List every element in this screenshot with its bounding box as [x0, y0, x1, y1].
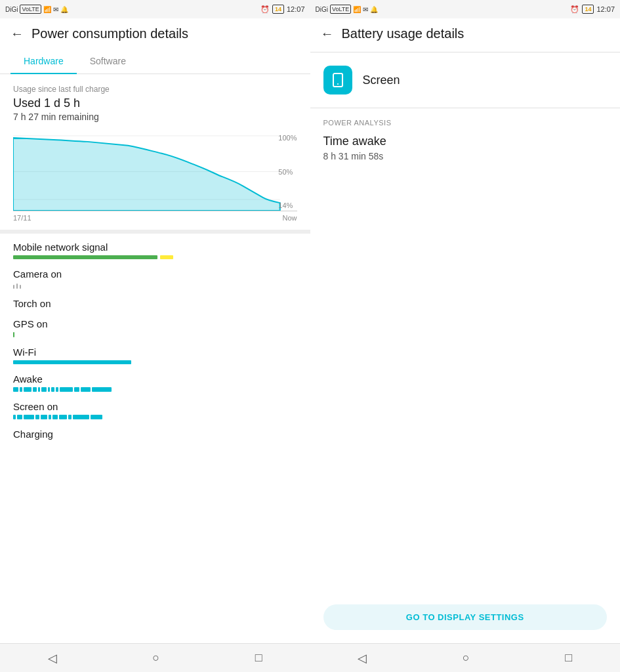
- notification-icon-right: 🔔: [370, 6, 378, 13]
- signal-item-gps: GPS on: [13, 318, 297, 337]
- signal-item-mobile: Mobile network signal: [13, 242, 297, 259]
- time-right: 12:07: [596, 5, 615, 13]
- chart-date-now: Now: [282, 214, 297, 222]
- time-left: 12:07: [287, 5, 305, 13]
- back-button-left[interactable]: ←: [10, 26, 24, 41]
- status-bar-right: DiGi VoLTE 📶 ✉ 🔔 ⏰ 14 12:07: [310, 0, 621, 18]
- tab-hardware[interactable]: Hardware: [10, 49, 77, 74]
- signal-name-awake: Awake: [13, 373, 297, 385]
- screen-icon: [323, 66, 352, 94]
- divider-right-mid: [310, 108, 621, 108]
- divider-right-top: [310, 52, 621, 52]
- svg-point-4: [337, 83, 339, 85]
- chart-date-start: 17/11: [13, 214, 31, 222]
- right-header: ← Battery usage details: [310, 18, 621, 49]
- left-content: Usage since last full charge Used 1 d 5 …: [0, 74, 310, 643]
- chart-label-50: 50%: [278, 168, 297, 176]
- analysis-time-awake-title: Time awake: [323, 135, 608, 148]
- chart-labels-right: 100% 50% 14%: [278, 133, 297, 211]
- usage-time: Used 1 d 5 h: [13, 96, 297, 110]
- divider-thick: [0, 230, 310, 234]
- power-analysis-title: POWER ANALYSIS: [323, 119, 608, 127]
- usage-section: Usage since last full charge Used 1 d 5 …: [0, 74, 310, 127]
- nav-home-right[interactable]: ○: [463, 651, 470, 665]
- chart-label-14: 14%: [278, 201, 297, 209]
- battery-left: 14: [272, 5, 284, 14]
- signal-name-screen-on: Screen on: [13, 401, 297, 412]
- signal-item-wifi: Wi-Fi: [13, 346, 297, 364]
- battery-chart: 100% 50% 14%: [13, 133, 297, 211]
- signal-item-charging: Charging: [13, 429, 297, 440]
- nav-bar-right: ◁ ○ □: [310, 643, 621, 672]
- right-title: Battery usage details: [342, 26, 465, 41]
- alarm-icon-right: ⏰: [570, 5, 579, 14]
- usage-label: Usage since last full charge: [13, 85, 297, 94]
- status-bar-left: DiGi VoLTE 📶 ✉ 🔔 ⏰ 14 12:07: [0, 0, 310, 18]
- display-settings-button[interactable]: GO TO DISPLAY SETTINGS: [323, 604, 608, 630]
- nav-back-left[interactable]: ◁: [48, 651, 57, 665]
- left-panel: ← Power consumption details Hardware Sof…: [0, 18, 310, 672]
- network-type-right: VoLTE: [330, 5, 351, 14]
- signal-item-torch: Torch on: [13, 298, 297, 309]
- message-icon-left: ✉: [53, 6, 58, 13]
- right-panel: ← Battery usage details Screen POWER ANA…: [310, 18, 621, 672]
- signal-item-screen-on: Screen on: [13, 401, 297, 419]
- signal-name-charging: Charging: [13, 429, 297, 440]
- tabs-bar: Hardware Software: [0, 49, 310, 74]
- message-icon-right: ✉: [363, 6, 368, 13]
- signal-bar-mobile: [13, 255, 297, 259]
- tab-software[interactable]: Software: [77, 49, 139, 74]
- nav-home-left[interactable]: ○: [152, 651, 159, 665]
- status-left-left: DiGi VoLTE 📶 ✉ 🔔: [5, 5, 68, 14]
- signal-item-awake: Awake: [13, 373, 297, 392]
- nav-back-right[interactable]: ◁: [358, 651, 367, 665]
- signal-name-mobile: Mobile network signal: [13, 242, 297, 253]
- notification-icon-left: 🔔: [60, 6, 68, 13]
- signal-item-camera: Camera on: [13, 268, 297, 289]
- network-type-left: VoLTE: [20, 5, 41, 14]
- left-header: ← Power consumption details: [0, 18, 310, 49]
- signal-name-wifi: Wi-Fi: [13, 346, 297, 358]
- signal-name-torch: Torch on: [13, 298, 297, 309]
- signal-bars-left: 📶: [43, 6, 51, 13]
- bottom-button-area: GO TO DISPLAY SETTINGS: [310, 591, 621, 643]
- battery-right: 14: [582, 5, 594, 14]
- carrier-right: DiGi: [316, 6, 328, 13]
- nav-recent-left[interactable]: □: [255, 651, 262, 665]
- alarm-icon-left: ⏰: [260, 5, 270, 14]
- signal-items-list: Mobile network signal Camera on: [0, 236, 310, 454]
- back-button-right[interactable]: ←: [321, 26, 334, 41]
- analysis-time-awake-value: 8 h 31 min 58s: [323, 151, 608, 161]
- power-analysis-section: POWER ANALYSIS Time awake 8 h 31 min 58s: [310, 111, 621, 169]
- nav-bar-left: ◁ ○ □: [0, 643, 310, 672]
- right-spacer: [310, 169, 621, 591]
- screen-icon-row: Screen: [310, 55, 621, 105]
- nav-recent-right[interactable]: □: [565, 651, 572, 665]
- chart-labels-bottom: 17/11 Now: [13, 214, 297, 227]
- chart-label-100: 100%: [278, 134, 297, 142]
- status-right-right: ⏰ 14 12:07: [570, 5, 615, 14]
- screen-label: Screen: [363, 74, 400, 87]
- signal-bars-right: 📶: [353, 6, 361, 13]
- signal-name-camera: Camera on: [13, 268, 297, 280]
- signal-bar-wifi: [13, 360, 297, 364]
- status-left-right: DiGi VoLTE 📶 ✉ 🔔: [316, 5, 379, 14]
- signal-name-gps: GPS on: [13, 318, 297, 329]
- carrier-left: DiGi: [5, 6, 18, 13]
- status-right-left: ⏰ 14 12:07: [260, 5, 305, 14]
- usage-remaining: 7 h 27 min remaining: [13, 112, 297, 122]
- left-title: Power consumption details: [31, 26, 188, 41]
